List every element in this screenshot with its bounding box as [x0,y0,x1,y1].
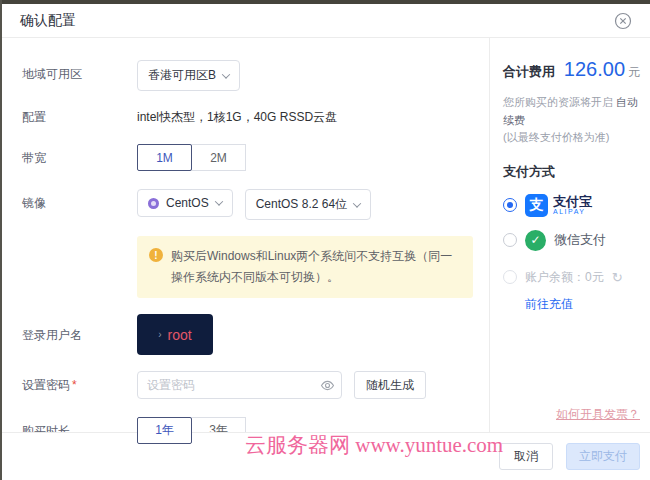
chevron-down-icon [214,197,222,205]
bandwidth-option-1m[interactable]: 1M [137,144,192,171]
password-label-text: 设置密码 [22,378,70,392]
required-asterisk: * [72,378,77,392]
warning-text: 购买后Windows和Linux两个系统间不支持互换（同一操作系统内不同版本可切… [171,246,461,288]
image-os-select[interactable]: CentOS [137,189,233,217]
duration-option-1y[interactable]: 1年 [137,417,192,444]
row-config: 配置 intel快杰型，1核1G，40G RSSD云盘 [22,109,473,126]
modal-title: 确认配置 [20,12,76,30]
image-os-value: CentOS [166,196,209,210]
username-terminal-box: › root [137,314,213,355]
row-username: 登录用户名 › root [22,314,473,355]
renew-note-prefix: 您所购买的资源将开启 [503,96,616,108]
recharge-link[interactable]: 前往充值 [525,296,573,313]
terminal-prompt-icon: › [158,329,161,340]
warning-icon: ! [149,248,163,262]
alipay-wordmark: 支付宝 ALIPAY [553,195,592,216]
os-swap-warning: ! 购买后Windows和Linux两个系统间不支持互换（同一操作系统内不同版本… [137,236,473,298]
chevron-down-icon [222,70,230,78]
payment-option-wechat[interactable]: ✓ 微信支付 [503,230,640,251]
region-value: 香港可用区B [148,67,216,84]
centos-logo-icon [148,198,159,209]
modal-footer: 取消 立即支付 [2,432,650,480]
total-cost-value: 126.00 [564,58,625,81]
eye-icon[interactable] [319,377,335,393]
payment-method-title: 支付方式 [503,163,640,181]
password-label: 设置密码* [22,371,137,394]
radio-disabled-icon [503,270,517,284]
username-value: root [168,327,192,343]
config-form: 地域可用区 香港可用区B 配置 intel快杰型，1核1G，40G RSSD云盘… [2,38,489,432]
row-password: 设置密码* 随机生成 [22,371,473,399]
alipay-logo: 支 支付宝 ALIPAY [525,194,592,217]
wechat-pay-icon: ✓ [525,230,546,251]
radio-checked-icon[interactable] [503,198,517,212]
payment-option-balance[interactable]: 账户余额：0元 ↻ [503,269,640,286]
order-summary-panel: 合计费用 126.00 元 您所购买的资源将开启 自动续费 (以最终支付价格为准… [489,38,650,432]
password-input[interactable] [137,371,342,399]
image-label: 镜像 [22,189,137,212]
bandwidth-option-2m[interactable]: 2M [191,144,246,171]
invoice-help-link[interactable]: 如何开具发票？ [556,406,640,423]
row-region: 地域可用区 香港可用区B [22,60,473,91]
image-version-value: CentOS 8.2 64位 [256,196,347,213]
bandwidth-label: 带宽 [22,144,137,167]
random-generate-button[interactable]: 随机生成 [354,371,426,399]
modal-body: 地域可用区 香港可用区B 配置 intel快杰型，1核1G，40G RSSD云盘… [2,38,650,432]
pay-now-button[interactable]: 立即支付 [566,443,640,470]
chevron-down-icon [353,199,361,207]
total-cost-row: 合计费用 126.00 元 [503,58,640,81]
bandwidth-options: 1M 2M [137,144,246,171]
total-cost-unit: 元 [628,64,640,81]
close-icon[interactable] [614,12,632,30]
image-version-select[interactable]: CentOS 8.2 64位 [245,189,371,220]
region-label: 地域可用区 [22,60,137,83]
alipay-icon: 支 [525,194,548,217]
renew-note-suffix: (以最终支付价格为准) [503,131,609,143]
row-bandwidth: 带宽 1M 2M [22,144,473,171]
alipay-subtitle: ALIPAY [553,208,592,215]
radio-unchecked-icon[interactable] [503,233,517,247]
auto-renew-note: 您所购买的资源将开启 自动续费 (以最终支付价格为准) [503,94,640,147]
total-cost-label: 合计费用 [503,63,555,81]
payment-option-alipay[interactable]: 支 支付宝 ALIPAY [503,194,640,217]
account-balance-text: 账户余额：0元 [525,269,604,286]
modal-header: 确认配置 [2,4,650,38]
config-label: 配置 [22,109,137,126]
region-select[interactable]: 香港可用区B [137,60,240,91]
refresh-icon[interactable]: ↻ [612,270,623,285]
cancel-button[interactable]: 取消 [499,443,553,470]
alipay-name: 支付宝 [553,195,592,209]
row-image: 镜像 CentOS CentOS 8.2 64位 [22,189,473,220]
page-top-edge [2,0,650,4]
password-field-wrap [137,371,342,399]
username-label: 登录用户名 [22,314,137,344]
wechat-pay-name: 微信支付 [554,231,606,249]
config-value: intel快杰型，1核1G，40G RSSD云盘 [137,109,337,126]
